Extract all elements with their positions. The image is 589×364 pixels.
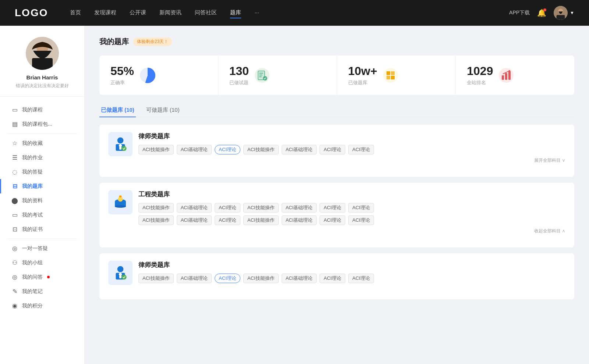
notification-bell[interactable]: 🔔 bbox=[537, 8, 546, 17]
done-questions-number: 130 bbox=[229, 64, 249, 78]
bank-2-tag-r2-5[interactable]: ACI理论 bbox=[320, 215, 345, 225]
svg-point-25 bbox=[121, 146, 126, 151]
done-questions-label: 已做试题 bbox=[229, 79, 249, 86]
svg-rect-17 bbox=[391, 76, 395, 79]
qa-notification-dot bbox=[47, 276, 50, 278]
exam-icon: ▭ bbox=[11, 211, 18, 218]
course-packages-icon: ▤ bbox=[11, 121, 18, 128]
bank-3-tags: ACI技能操作 ACI基础理论 ACI理论 ACI技能操作 ACI基础理论 AC… bbox=[138, 274, 565, 283]
nav-discover[interactable]: 发现课程 bbox=[94, 8, 116, 18]
bank-1-expand[interactable]: 展开全部科目 ∨ bbox=[138, 157, 565, 164]
stats-row: 55% 正确率 130 已做试题 bbox=[99, 56, 574, 95]
svg-rect-29 bbox=[118, 197, 123, 201]
bank-2-tags-row2: ACI技能操作 ACI基础理论 ACI理论 ACI技能操作 ACI基础理论 AC… bbox=[138, 215, 565, 225]
bank-3-tag-0[interactable]: ACI技能操作 bbox=[138, 274, 174, 283]
sidebar-item-notes[interactable]: ✎ 我的笔记 bbox=[0, 284, 84, 299]
bank-2-tag-r1-6[interactable]: ACI理论 bbox=[348, 203, 374, 213]
sidebar-item-my-qa[interactable]: ◎ 我的问答 bbox=[0, 270, 84, 284]
done-questions-icon bbox=[255, 68, 269, 83]
bank-1-icon bbox=[108, 132, 133, 156]
bank-3-tag-3[interactable]: ACI技能操作 bbox=[243, 274, 279, 283]
bank-2-tag-r1-2[interactable]: ACI理论 bbox=[215, 203, 240, 213]
sidebar-item-certificate[interactable]: ⊡ 我的证书 bbox=[0, 222, 84, 236]
bank-3-tag-1[interactable]: ACI基础理论 bbox=[177, 274, 212, 283]
nav-home[interactable]: 首页 bbox=[70, 8, 81, 18]
sidebar-item-points[interactable]: ◉ 我的积分 bbox=[0, 299, 84, 313]
bank-section-1: 律师类题库 ACI技能操作 ACI基础理论 ACI理论 ACI技能操作 ACI基… bbox=[99, 125, 574, 177]
done-banks-label: 已做题库 bbox=[348, 79, 377, 86]
done-banks-number: 10w+ bbox=[348, 64, 377, 78]
stat-site-rank: 1029 全站排名 bbox=[456, 56, 574, 95]
sidebar-item-profile-data[interactable]: ⬤ 我的资料 bbox=[0, 193, 84, 208]
svg-rect-16 bbox=[387, 76, 390, 79]
sidebar-item-question-bank[interactable]: ⊟ 我的题库 bbox=[0, 179, 84, 193]
bank-2-tags-row1: ACI技能操作 ACI基础理论 ACI理论 ACI技能操作 ACI基础理论 AC… bbox=[138, 203, 565, 213]
bank-3-tag-2[interactable]: ACI理论 bbox=[215, 274, 240, 283]
nav-more[interactable]: ··· bbox=[254, 8, 259, 18]
sidebar-item-homework[interactable]: ☰ 我的作业 bbox=[0, 150, 84, 165]
question-bank-icon: ⊟ bbox=[11, 183, 18, 190]
bank-2-tag-r1-3[interactable]: ACI技能操作 bbox=[243, 203, 279, 213]
tab-todo-banks[interactable]: 可做题库 (10) bbox=[145, 104, 181, 117]
app-download-link[interactable]: APP下载 bbox=[509, 10, 530, 16]
sidebar-item-qa[interactable]: ◌ 我的答疑 bbox=[0, 165, 84, 179]
nav-open-course[interactable]: 公开课 bbox=[130, 8, 146, 18]
svg-point-28 bbox=[115, 205, 126, 208]
done-banks-icon bbox=[383, 68, 398, 83]
bank-1-tag-1[interactable]: ACI基础理论 bbox=[177, 145, 212, 154]
bank-1-tag-6[interactable]: ACI理论 bbox=[348, 145, 374, 154]
bank-2-name: 工程类题库 bbox=[138, 190, 565, 199]
profile-motto: 错误的决定比没有决定要好 bbox=[16, 83, 69, 89]
nav-question-bank[interactable]: 题库 bbox=[230, 8, 241, 18]
sidebar-item-course-packages[interactable]: ▤ 我的课程包... bbox=[0, 117, 84, 131]
bank-1-tag-2[interactable]: ACI理论 bbox=[215, 145, 240, 154]
sidebar-item-courses[interactable]: ▭ 我的课程 bbox=[0, 103, 84, 117]
svg-rect-30 bbox=[119, 196, 122, 197]
bank-3-name: 律师类题库 bbox=[138, 261, 565, 269]
bank-section-3-header: 律师类题库 ACI技能操作 ACI基础理论 ACI理论 ACI技能操作 ACI基… bbox=[108, 261, 565, 286]
trial-badge: 体验剩余23天！ bbox=[133, 38, 172, 46]
logo: LOGO bbox=[15, 7, 48, 19]
bank-3-tag-5[interactable]: ACI理论 bbox=[320, 274, 345, 283]
bank-2-tag-r2-3[interactable]: ACI技能操作 bbox=[243, 215, 279, 225]
bank-3-tag-4[interactable]: ACI基础理论 bbox=[282, 274, 317, 283]
nav-qa[interactable]: 问答社区 bbox=[195, 8, 217, 18]
sidebar-item-exam[interactable]: ▭ 我的考试 bbox=[0, 208, 84, 222]
bank-2-tag-r2-2[interactable]: ACI理论 bbox=[215, 215, 240, 225]
main-layout: Brian Harris 错误的决定比没有决定要好 ▭ 我的课程 ▤ 我的课程包… bbox=[0, 26, 589, 364]
bank-1-tag-5[interactable]: ACI理论 bbox=[320, 145, 345, 154]
sidebar-item-one-on-one[interactable]: ◎ 一对一答疑 bbox=[0, 241, 84, 256]
certificate-icon: ⊡ bbox=[11, 226, 18, 233]
svg-rect-11 bbox=[259, 75, 262, 75]
bank-1-tag-3[interactable]: ACI技能操作 bbox=[243, 145, 279, 154]
bank-2-tag-r1-5[interactable]: ACI理论 bbox=[320, 203, 345, 213]
sidebar-item-favorites[interactable]: ☆ 我的收藏 bbox=[0, 136, 84, 150]
sidebar-item-group[interactable]: ⚇ 我的小组 bbox=[0, 256, 84, 270]
bank-1-tags: ACI技能操作 ACI基础理论 ACI理论 ACI技能操作 ACI基础理论 AC… bbox=[138, 145, 565, 154]
bank-2-tag-r2-1[interactable]: ACI基础理论 bbox=[177, 215, 212, 225]
bank-2-collapse[interactable]: 收起全部科目 ∧ bbox=[138, 228, 565, 234]
bank-1-tag-0[interactable]: ACI技能操作 bbox=[138, 145, 174, 154]
bank-2-tag-r2-6[interactable]: ACI理论 bbox=[348, 215, 374, 225]
bank-section-3: 律师类题库 ACI技能操作 ACI基础理论 ACI理论 ACI技能操作 ACI基… bbox=[99, 253, 574, 299]
bank-3-icon bbox=[108, 261, 133, 285]
svg-rect-15 bbox=[391, 71, 395, 75]
bank-3-tag-6[interactable]: ACI理论 bbox=[348, 274, 374, 283]
bank-2-tag-r2-4[interactable]: ACI基础理论 bbox=[282, 215, 317, 225]
tab-done-banks[interactable]: 已做题库 (10) bbox=[99, 104, 136, 117]
bank-2-tag-r2-0[interactable]: ACI技能操作 bbox=[138, 215, 174, 225]
user-menu-chevron: ▼ bbox=[570, 10, 574, 15]
navbar: LOGO 首页 发现课程 公开课 新闻资讯 问答社区 题库 ··· APP下载 … bbox=[0, 0, 589, 26]
bank-1-tag-4[interactable]: ACI基础理论 bbox=[282, 145, 317, 154]
svg-rect-10 bbox=[259, 73, 263, 74]
svg-rect-20 bbox=[508, 71, 511, 80]
nav-news[interactable]: 新闻资讯 bbox=[159, 8, 181, 18]
stat-accuracy: 55% 正确率 bbox=[99, 56, 218, 95]
bank-2-tag-r1-1[interactable]: ACI基础理论 bbox=[177, 203, 212, 213]
svg-point-31 bbox=[117, 266, 124, 272]
accuracy-number: 55% bbox=[110, 64, 134, 78]
bank-2-tag-r1-4[interactable]: ACI基础理论 bbox=[282, 203, 317, 213]
profile-data-icon: ⬤ bbox=[11, 197, 18, 204]
user-avatar-button[interactable]: ▼ bbox=[554, 6, 574, 20]
bank-2-tag-r1-0[interactable]: ACI技能操作 bbox=[138, 203, 174, 213]
